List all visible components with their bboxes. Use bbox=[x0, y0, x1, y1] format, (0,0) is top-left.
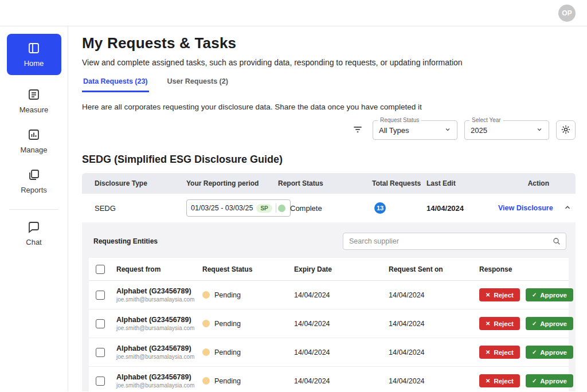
row-checkbox[interactable] bbox=[96, 319, 105, 328]
reject-label: Reject bbox=[494, 378, 514, 385]
status-label: Pending bbox=[214, 291, 241, 299]
requester-email: joe.smith@bursamalaysia.com bbox=[116, 382, 202, 389]
period-badge: SP bbox=[256, 204, 272, 213]
requester-name: Alphabet (G23456789) bbox=[116, 344, 202, 352]
approve-button[interactable]: ✓Approve bbox=[526, 374, 573, 387]
requests-table-header: Request from Request Status Expiry Date … bbox=[89, 258, 569, 281]
requester-email: joe.smith@bursamalaysia.com bbox=[116, 354, 202, 360]
reporting-period-control[interactable]: 01/03/25 - 03/03/25 SP bbox=[186, 199, 291, 217]
request-status-cell: Pending bbox=[202, 320, 294, 328]
status-label: Pending bbox=[214, 377, 241, 385]
sidebar-item-chat[interactable]: Chat bbox=[7, 220, 61, 246]
reject-label: Reject bbox=[494, 320, 514, 327]
disclosure-type: SEDG bbox=[95, 204, 186, 213]
reject-label: Reject bbox=[494, 292, 514, 299]
sidebar-item-reports[interactable]: Reports bbox=[7, 168, 61, 194]
requester-name: Alphabet (G23456789) bbox=[116, 316, 202, 324]
main-content: My Requests & Tasks View and complete as… bbox=[68, 26, 587, 391]
total-requests-cell: 13 bbox=[372, 202, 426, 214]
approve-label: Approve bbox=[540, 349, 567, 356]
approve-button[interactable]: ✓Approve bbox=[526, 346, 573, 359]
expiry-date: 14/04/2024 bbox=[294, 291, 389, 299]
manage-icon bbox=[27, 128, 41, 142]
gear-icon bbox=[561, 124, 571, 136]
request-from-cell: Alphabet (G23456789) joe.smith@bursamala… bbox=[116, 316, 202, 331]
settings-button[interactable] bbox=[556, 120, 576, 140]
check-icon: ✓ bbox=[532, 292, 537, 298]
response-cell: ✕Reject ✓Approve bbox=[479, 317, 573, 330]
pending-status-dot bbox=[202, 377, 210, 385]
status-label: Pending bbox=[214, 320, 241, 328]
col-response: Response bbox=[479, 265, 562, 273]
row-checkbox[interactable] bbox=[96, 348, 105, 357]
disclosure-table-header: Disclosure Type Your Reporting period Re… bbox=[82, 173, 576, 194]
requests-table: Request from Request Status Expiry Date … bbox=[89, 258, 569, 391]
reject-button[interactable]: ✕Reject bbox=[479, 288, 520, 301]
check-icon: ✓ bbox=[532, 320, 537, 327]
sidebar-item-label: Reports bbox=[21, 186, 47, 194]
page-description: Here are all corporates requesting your … bbox=[82, 103, 576, 111]
request-sent-on: 14/04/2024 bbox=[389, 320, 479, 328]
sidebar-item-measure[interactable]: Measure bbox=[7, 88, 61, 114]
section-title: SEDG (Simplified ESG Disclosure Guide) bbox=[82, 154, 576, 166]
sidebar-item-label: Manage bbox=[21, 146, 48, 154]
request-status-cell: Pending bbox=[202, 377, 294, 385]
requester-name: Alphabet (G23456789) bbox=[116, 287, 202, 295]
sidebar-item-label: Home bbox=[24, 59, 44, 68]
col-report-status: Report Status bbox=[278, 179, 372, 187]
page-subtitle: View and complete assigned tasks, such a… bbox=[82, 58, 576, 67]
table-row: Alphabet (G23456789) joe.smith@bursamala… bbox=[89, 309, 569, 338]
reporting-period-cell: 01/03/25 - 03/03/25 SP bbox=[186, 199, 278, 217]
request-sent-on: 14/04/2024 bbox=[389, 291, 479, 299]
col-action: Action bbox=[498, 179, 564, 187]
approve-button[interactable]: ✓Approve bbox=[526, 288, 573, 301]
tab-data-requests[interactable]: Data Requests (23) bbox=[82, 77, 149, 92]
filter-button[interactable] bbox=[350, 121, 366, 139]
reject-button[interactable]: ✕Reject bbox=[479, 317, 520, 330]
col-request-sent-on: Request Sent on bbox=[389, 265, 479, 273]
col-disclosure-type: Disclosure Type bbox=[95, 179, 186, 187]
response-cell: ✕Reject ✓Approve bbox=[479, 288, 573, 301]
request-status-select[interactable]: Request Status All Types bbox=[373, 120, 457, 140]
user-avatar[interactable]: OP bbox=[558, 5, 576, 22]
report-status-label: Complete bbox=[290, 204, 322, 213]
sidebar-divider bbox=[9, 209, 58, 210]
chevron-up-icon[interactable] bbox=[563, 203, 572, 213]
sidebar-item-home[interactable]: Home bbox=[7, 34, 61, 75]
top-bar: OP bbox=[0, 0, 587, 26]
disclosure-row: SEDG 01/03/25 - 03/03/25 SP Complete bbox=[82, 194, 576, 222]
reporting-period-value: 01/03/25 - 03/03/25 bbox=[191, 204, 253, 212]
request-status-cell: Pending bbox=[202, 291, 294, 299]
col-total-requests: Total Requests bbox=[372, 179, 426, 187]
last-edit-value: 14/04/2024 bbox=[426, 204, 498, 213]
year-select[interactable]: Select Year 2025 bbox=[464, 120, 549, 140]
requesting-entities-panel: Requesting Entities Request from bbox=[82, 222, 576, 391]
requester-email: joe.smith@bursamalaysia.com bbox=[116, 296, 202, 303]
row-checkbox[interactable] bbox=[96, 377, 105, 386]
approve-button[interactable]: ✓Approve bbox=[526, 317, 573, 330]
year-select-label: Select Year bbox=[469, 117, 503, 123]
select-all-checkbox[interactable] bbox=[96, 265, 105, 274]
tab-user-requests[interactable]: User Requests (2) bbox=[166, 77, 229, 92]
expiry-date: 14/04/2024 bbox=[294, 377, 389, 385]
sidebar-item-manage[interactable]: Manage bbox=[7, 128, 61, 154]
page-title: My Requests & Tasks bbox=[82, 34, 576, 52]
year-select-value: 2025 bbox=[471, 126, 487, 135]
check-icon: ✓ bbox=[532, 349, 537, 355]
search-icon bbox=[552, 237, 561, 248]
x-icon: ✕ bbox=[486, 292, 490, 298]
col-request-status: Request Status bbox=[202, 265, 294, 273]
request-from-cell: Alphabet (G23456789) joe.smith@bursamala… bbox=[116, 287, 202, 303]
reject-button[interactable]: ✕Reject bbox=[479, 374, 520, 387]
report-status-cell: Complete bbox=[278, 204, 372, 213]
view-disclosure-link[interactable]: View Disclosure bbox=[498, 204, 553, 212]
chat-icon bbox=[27, 220, 41, 234]
table-row: Alphabet (G23456789) joe.smith@bursamala… bbox=[89, 281, 569, 309]
row-checkbox[interactable] bbox=[96, 291, 105, 300]
reports-icon bbox=[27, 168, 41, 182]
reject-button[interactable]: ✕Reject bbox=[479, 346, 520, 359]
home-icon bbox=[27, 41, 41, 55]
total-requests-badge: 13 bbox=[374, 202, 386, 214]
x-icon: ✕ bbox=[486, 378, 490, 384]
search-input[interactable] bbox=[343, 233, 566, 250]
